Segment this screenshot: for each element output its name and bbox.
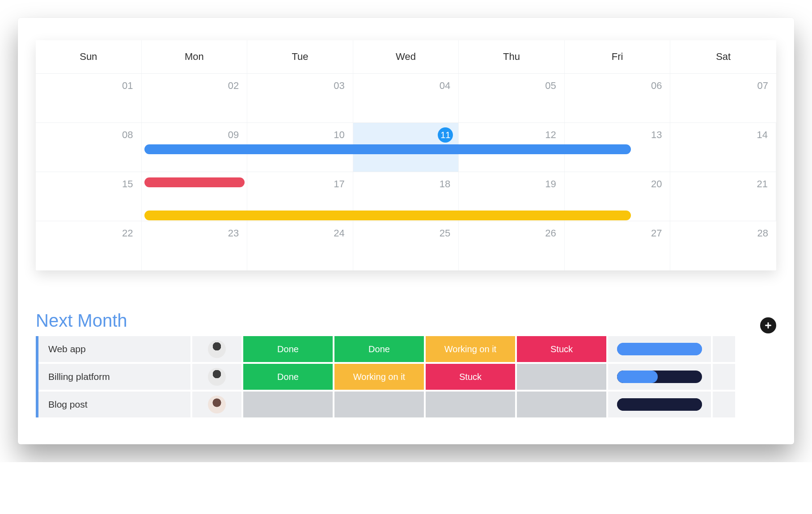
calendar-event-bar[interactable]	[144, 144, 631, 154]
calendar-cell[interactable]: 07	[670, 74, 776, 122]
calendar-event-bar[interactable]	[144, 177, 245, 187]
calendar-cell[interactable]: 04	[353, 74, 459, 122]
table-row: Blog post	[38, 392, 776, 417]
calendar-date: 27	[651, 228, 662, 239]
calendar-cell[interactable]: 26	[459, 221, 565, 270]
avatar-icon	[208, 368, 226, 386]
calendar-date: 03	[334, 80, 344, 92]
row-end-cell	[713, 336, 735, 362]
calendar-date: 13	[651, 129, 662, 141]
calendar-header: Sun Mon Tue Wed Thu Fri Sat	[36, 40, 776, 74]
calendar-date: 07	[757, 80, 768, 92]
calendar-cell[interactable]: 24	[247, 221, 353, 270]
day-header-sat: Sat	[670, 40, 776, 73]
calendar-date: 08	[122, 129, 133, 141]
calendar-row: 22232425262728	[36, 221, 776, 270]
status-cell-stuck[interactable]: Stuck	[426, 364, 515, 390]
status-cell-empty[interactable]	[517, 364, 606, 390]
status-cell-empty[interactable]	[517, 392, 606, 417]
calendar-cell[interactable]: 02	[142, 74, 248, 122]
calendar-date: 06	[651, 80, 662, 92]
calendar-date: 17	[334, 178, 344, 190]
day-header-fri: Fri	[565, 40, 671, 73]
section-title: Next Month	[36, 311, 127, 331]
calendar-cell[interactable]: 14	[670, 123, 776, 172]
calendar: Sun Mon Tue Wed Thu Fri Sat 010203040506…	[36, 40, 776, 270]
calendar-date: 22	[122, 228, 133, 239]
day-header-wed: Wed	[353, 40, 459, 73]
task-name[interactable]: Billing platform	[38, 364, 190, 390]
status-cell-empty[interactable]	[426, 392, 515, 417]
day-header-thu: Thu	[459, 40, 565, 73]
plus-icon	[764, 321, 773, 330]
calendar-date: 20	[651, 178, 662, 190]
calendar-grid: 0102030405060708091011121314151617181920…	[36, 74, 776, 270]
calendar-date: 21	[757, 178, 768, 190]
table-row: Billing platformDoneWorking on itStuck	[38, 364, 776, 390]
calendar-date: 10	[334, 129, 344, 141]
status-cell-stuck[interactable]: Stuck	[517, 336, 606, 362]
calendar-date: 09	[228, 129, 239, 141]
status-cell-working[interactable]: Working on it	[334, 364, 424, 390]
calendar-date: 25	[440, 228, 450, 239]
calendar-date: 02	[228, 80, 239, 92]
status-cell-done[interactable]: Done	[243, 336, 333, 362]
day-header-tue: Tue	[247, 40, 353, 73]
task-name[interactable]: Blog post	[38, 392, 190, 417]
calendar-cell[interactable]: 28	[670, 221, 776, 270]
calendar-date: 11	[438, 127, 453, 143]
calendar-date: 18	[440, 178, 450, 190]
avatar-icon	[208, 396, 226, 413]
svg-rect-1	[765, 325, 771, 326]
calendar-cell[interactable]: 15	[36, 172, 142, 221]
day-header-mon: Mon	[142, 40, 248, 73]
calendar-row: 15161718192021	[36, 172, 776, 221]
avatar-icon	[208, 340, 226, 358]
calendar-date: 19	[545, 178, 556, 190]
calendar-cell[interactable]: 05	[459, 74, 565, 122]
timeline-cell[interactable]	[608, 392, 711, 417]
calendar-cell[interactable]: 08	[36, 123, 142, 172]
add-button[interactable]	[760, 317, 776, 333]
timeline-cell[interactable]	[608, 336, 711, 362]
calendar-date: 12	[545, 129, 556, 141]
calendar-cell[interactable]: 22	[36, 221, 142, 270]
calendar-date: 04	[440, 80, 450, 92]
table-row: Web appDoneDoneWorking on itStuck	[38, 336, 776, 362]
status-cell-empty[interactable]	[334, 392, 424, 417]
avatar[interactable]	[192, 364, 241, 390]
calendar-cell[interactable]: 25	[353, 221, 459, 270]
calendar-date: 01	[122, 80, 133, 92]
calendar-event-bar[interactable]	[144, 211, 631, 220]
calendar-cell[interactable]: 27	[565, 221, 671, 270]
calendar-cell[interactable]: 23	[142, 221, 248, 270]
calendar-date: 23	[228, 228, 239, 239]
calendar-date: 26	[545, 228, 556, 239]
status-cell-empty[interactable]	[243, 392, 333, 417]
timeline-cell[interactable]	[608, 364, 711, 390]
status-cell-working[interactable]: Working on it	[426, 336, 515, 362]
calendar-row: 08091011121314	[36, 123, 776, 172]
row-end-cell	[713, 392, 735, 417]
calendar-date: 05	[545, 80, 556, 92]
calendar-date: 24	[334, 228, 344, 239]
calendar-row: 01020304050607	[36, 74, 776, 123]
calendar-cell[interactable]: 06	[565, 74, 671, 122]
calendar-date: 28	[757, 228, 768, 239]
avatar[interactable]	[192, 392, 241, 417]
status-cell-done[interactable]: Done	[334, 336, 424, 362]
avatar[interactable]	[192, 336, 241, 362]
board: Web appDoneDoneWorking on itStuckBilling…	[36, 336, 776, 417]
calendar-cell[interactable]: 21	[670, 172, 776, 221]
calendar-cell[interactable]: 03	[247, 74, 353, 122]
calendar-date: 14	[757, 129, 768, 141]
row-end-cell	[713, 364, 735, 390]
task-name[interactable]: Web app	[38, 336, 190, 362]
day-header-sun: Sun	[36, 40, 142, 73]
calendar-date: 15	[122, 178, 133, 190]
calendar-cell[interactable]: 01	[36, 74, 142, 122]
status-cell-done[interactable]: Done	[243, 364, 333, 390]
